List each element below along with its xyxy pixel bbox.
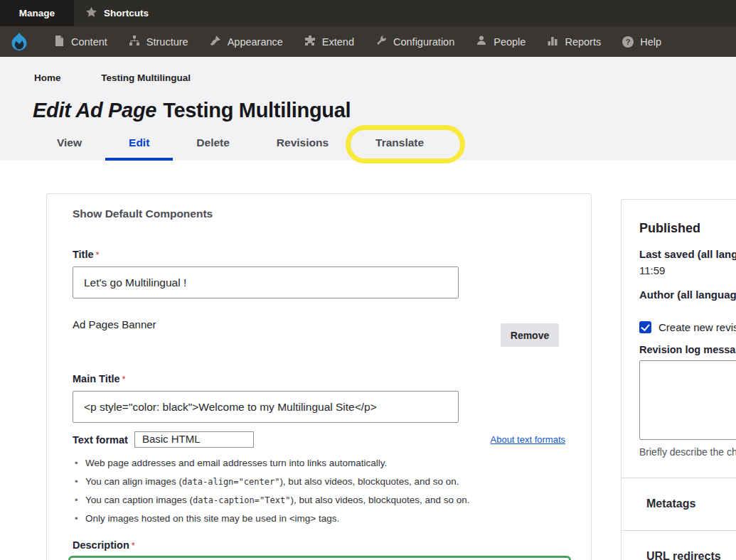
primary-tabs: View Edit Delete Revisions Translate xyxy=(33,129,447,161)
paintbrush-icon xyxy=(210,35,221,48)
revision-log-textarea[interactable] xyxy=(639,360,736,440)
remove-button[interactable]: Remove xyxy=(501,323,559,347)
description-field-wrapper: Description* xyxy=(73,539,565,560)
banner-label: Ad Pages Banner xyxy=(73,317,156,330)
last-saved-label: Last saved (all languages) xyxy=(639,248,736,260)
format-tips-list: Web page addresses and email addresses t… xyxy=(73,458,565,524)
menu-item-structure[interactable]: Structure xyxy=(118,26,199,57)
tip-text: ), but also videos, blockquotes, and so … xyxy=(290,495,469,505)
question-icon xyxy=(622,36,634,48)
tip-text: You can caption images ( xyxy=(85,495,193,505)
page-title-entity: Testing Multilingual xyxy=(163,99,351,122)
drupal-logo[interactable] xyxy=(9,31,30,53)
publish-status: Published xyxy=(639,221,736,236)
menu-item-label: Appearance xyxy=(228,36,283,48)
main-title-input[interactable] xyxy=(73,391,459,423)
sitemap-icon xyxy=(129,35,140,48)
create-revision-label: Create new revision xyxy=(658,321,736,333)
text-format-select[interactable]: Basic HTML xyxy=(134,431,254,448)
format-tip: Only images hosted on this site may be u… xyxy=(73,513,565,524)
tip-text: Only images hosted on this site may be u… xyxy=(85,513,339,524)
main-title-field-label: Main Title xyxy=(73,373,120,384)
menu-item-label: Structure xyxy=(146,36,188,48)
node-edit-form-card: Show Default Components Title* Ad Pages … xyxy=(46,193,592,560)
about-text-formats-link[interactable]: About text formats xyxy=(491,434,566,445)
section-heading: Show Default Components xyxy=(73,208,565,220)
menu-item-help[interactable]: Help xyxy=(612,26,672,57)
shortcuts-label: Shortcuts xyxy=(104,8,149,18)
person-icon xyxy=(476,35,487,48)
document-icon xyxy=(53,35,65,48)
menu-item-appearance[interactable]: Appearance xyxy=(199,26,294,57)
create-revision-row: Create new revision xyxy=(639,321,736,333)
tab-revisions[interactable]: Revisions xyxy=(253,129,352,161)
url-redirects-section-header[interactable]: URL redirects xyxy=(639,531,736,560)
star-icon xyxy=(85,6,97,21)
menu-item-label: Content xyxy=(71,36,107,48)
tip-code: data-align="center" xyxy=(182,477,279,487)
tab-translate[interactable]: Translate xyxy=(352,129,447,161)
required-asterisk: * xyxy=(122,374,126,384)
title-field-label: Title xyxy=(73,249,94,260)
metatags-section-header[interactable]: Metatags xyxy=(639,478,736,510)
title-field-wrapper: Title* xyxy=(73,248,565,298)
menu-item-label: Configuration xyxy=(393,36,454,48)
barchart-icon xyxy=(547,35,558,48)
tab-delete[interactable]: Delete xyxy=(173,129,253,161)
drupal-edit-page-screen: Manage Shortcuts Content Structure Appea xyxy=(0,0,736,560)
tip-text: Web page addresses and email addresses t… xyxy=(85,458,387,468)
tab-edit[interactable]: Edit xyxy=(105,129,173,161)
wrench-icon xyxy=(375,35,387,48)
menu-item-label: People xyxy=(494,36,526,48)
admin-toolbar: Manage Shortcuts xyxy=(0,0,736,26)
description-editor-focused[interactable] xyxy=(68,556,571,560)
menu-item-people[interactable]: People xyxy=(465,26,536,57)
admin-menubar: Content Structure Appearance Extend Conf… xyxy=(0,26,736,57)
tip-text: You can align images ( xyxy=(85,476,182,487)
main-title-field-wrapper: Main Title* xyxy=(73,372,565,423)
revision-log-label: Revision log message xyxy=(639,344,736,355)
puzzle-icon xyxy=(304,35,316,48)
menu-item-reports[interactable]: Reports xyxy=(536,26,612,57)
meta-sidebar: Published Last saved (all languages) 11:… xyxy=(621,199,736,560)
create-revision-checkbox[interactable] xyxy=(639,321,651,333)
menu-item-label: Reports xyxy=(565,36,601,48)
page-title-prefix: Edit Ad Page xyxy=(33,99,156,122)
required-asterisk: * xyxy=(132,540,135,551)
tip-text: ), but also videos, blockquotes, and so … xyxy=(279,476,459,487)
tip-code: data-caption="Text" xyxy=(193,495,290,505)
format-tip: You can caption images (data-caption="Te… xyxy=(73,495,565,505)
menu-item-label: Extend xyxy=(322,36,354,48)
banner-row: Ad Pages Banner Remove xyxy=(73,317,565,347)
menu-item-content[interactable]: Content xyxy=(43,26,118,57)
menu-item-label: Help xyxy=(640,36,661,48)
menu-item-extend[interactable]: Extend xyxy=(294,26,365,57)
breadcrumb-home[interactable]: Home xyxy=(34,72,61,83)
page-header: Home Testing Multilingual Edit Ad PageTe… xyxy=(0,57,736,161)
title-input[interactable] xyxy=(73,266,459,298)
required-asterisk: * xyxy=(96,249,100,260)
author-label: Author (all languages) xyxy=(639,289,736,301)
revision-log-help: Briefly describe the changes you have ma… xyxy=(639,446,736,458)
description-field-label: Description xyxy=(73,539,129,551)
text-format-row: Text format Basic HTML About text format… xyxy=(73,431,565,448)
shortcuts-button[interactable]: Shortcuts xyxy=(74,0,160,26)
page-title: Edit Ad PageTesting Multilingual xyxy=(33,99,351,122)
last-saved-value: 11:59 xyxy=(639,264,736,276)
menu-item-configuration[interactable]: Configuration xyxy=(365,26,465,57)
manage-tab[interactable]: Manage xyxy=(0,0,74,26)
format-tip: You can align images (data-align="center… xyxy=(73,476,565,487)
breadcrumb-current[interactable]: Testing Multilingual xyxy=(101,72,191,83)
tab-view[interactable]: View xyxy=(33,129,105,161)
breadcrumb: Home Testing Multilingual xyxy=(34,72,191,83)
text-format-label: Text format xyxy=(73,434,128,446)
manage-tab-label: Manage xyxy=(19,8,55,18)
format-tip: Web page addresses and email addresses t… xyxy=(73,458,565,468)
